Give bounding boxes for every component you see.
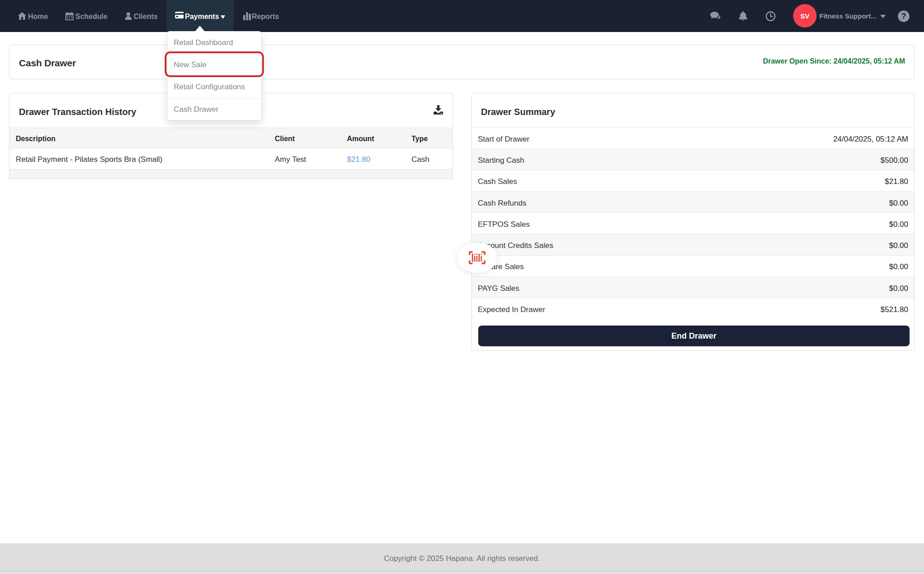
svg-text:?: ?	[901, 12, 906, 21]
